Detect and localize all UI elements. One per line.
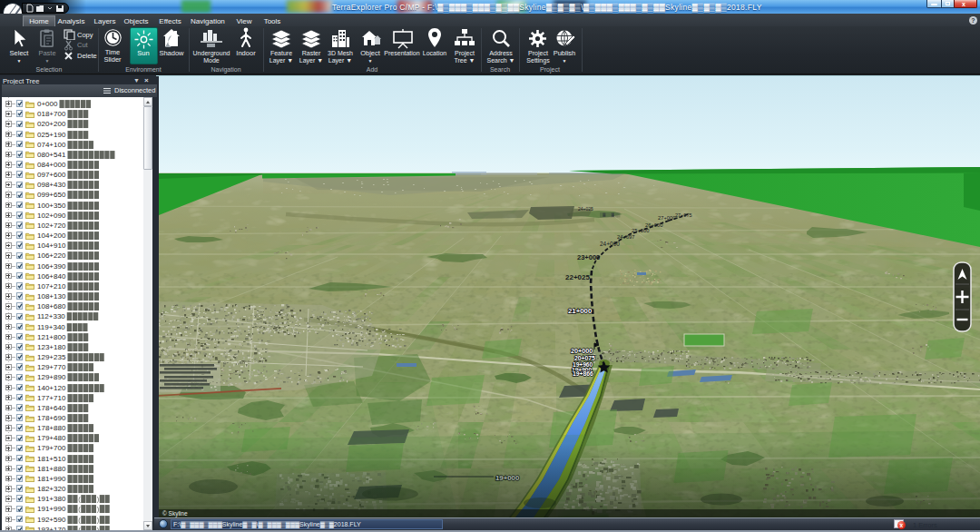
svg-text:26+000: 26+000	[645, 222, 663, 228]
svg-text:24+025: 24+025	[578, 206, 593, 212]
svg-text:27+075: 27+075	[675, 212, 692, 218]
svg-text:20+075: 20+075	[574, 355, 595, 361]
svg-text:21+000: 21+000	[568, 307, 593, 315]
svg-text:24+000: 24+000	[600, 241, 620, 247]
svg-text:19+866: 19+866	[573, 370, 593, 377]
svg-text:25+000: 25+000	[632, 228, 650, 233]
svg-text:24+697: 24+697	[617, 234, 635, 240]
svg-text:© Skyline: © Skyline	[162, 510, 188, 517]
svg-text:27+000: 27+000	[658, 215, 676, 221]
svg-text:22+025: 22+025	[565, 273, 590, 281]
svg-text:23+000: 23+000	[577, 253, 600, 261]
svg-text:20+000: 20+000	[571, 347, 593, 355]
